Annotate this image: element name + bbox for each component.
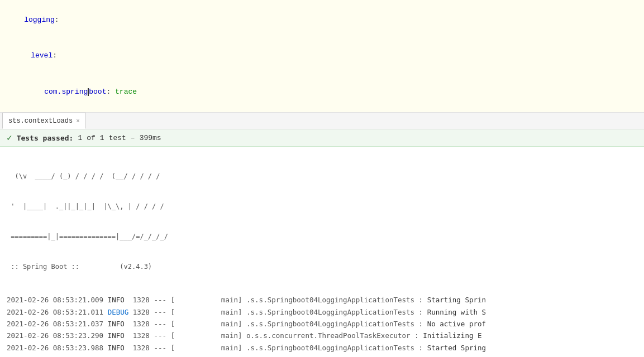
log-bracket: [ [171,331,175,340]
log-bracket: [ [171,344,175,352]
log-colon: : [419,320,423,328]
test-label: test [109,134,126,142]
log-thread: main [175,344,238,352]
log-message: Initializing E [423,331,481,340]
test-count: 1 [78,134,82,142]
tab-context-loads[interactable]: sts.contextLoads × [2,113,86,129]
log-timestamp: 2021-02-26 08:53:21.037 [7,320,103,328]
log-pid: 1328 [133,320,150,328]
log-sep: --- [154,296,166,304]
log-bracket-close: ] [238,308,242,316]
log-bracket: [ [171,308,175,316]
log-bracket-close: ] [238,344,242,352]
log-line: 2021-02-26 08:53:21.009 INFO 1328 --- [ … [0,294,644,306]
log-sep: --- [154,331,166,340]
key-springboot2: boot [89,88,106,96]
log-message: Starting Sprin [427,296,486,304]
log-line: 2021-02-26 08:53:23.988 INFO 1328 --- [ … [0,342,644,354]
log-bracket: [ [171,296,175,304]
key-level: level [31,51,53,60]
log-pid: 1328 [133,308,150,316]
log-container: 2021-02-26 08:53:21.009 INFO 1328 --- [ … [0,294,644,357]
log-logger: .s.s.Springboot04LoggingApplicationTests [246,344,414,352]
log-pid: 1328 [133,331,150,340]
log-level: DEBUG [108,308,129,316]
tab-label: sts.contextLoads [8,117,73,125]
log-colon: : [419,296,423,304]
log-timestamp: 2021-02-26 08:53:23.290 [7,331,103,340]
log-colon: : [419,344,423,352]
banner-line4: :: Spring Boot :: (v2.4.3) [7,262,637,272]
val-trace: trace [115,88,137,96]
log-logger: .s.s.Springboot04LoggingApplicationTests [246,296,414,304]
log-message: Running with S [427,308,486,316]
log-message: Started Spring [427,344,486,352]
log-logger: o.s.s.concurrent.ThreadPoolTaskExecutor [246,331,411,340]
check-icon: ✓ [7,132,12,143]
log-pid: 1328 [133,296,150,304]
log-bracket: [ [171,320,175,328]
log-line: 2021-02-26 08:53:23.290 INFO 1328 --- [ … [0,330,644,341]
log-sep: --- [154,308,166,316]
log-bracket-close: ] [238,331,242,340]
editor-line-logging: logging: [0,2,644,38]
tab-bar: sts.contextLoads × [0,113,644,129]
log-timestamp: 2021-02-26 08:53:21.009 [7,296,103,304]
log-logger: .s.s.Springboot04LoggingApplicationTests [246,308,414,316]
log-level: INFO [108,296,129,304]
test-passed-label: Tests passed: [17,134,74,142]
log-thread: main [175,308,238,316]
test-dash: – [131,134,135,142]
banner-line1: (\v ____/ (_) / / / / (__/ / / / / [7,171,637,181]
test-time: 399ms [140,134,161,142]
log-colon: : [419,308,423,316]
log-message: No active prof [427,320,486,328]
log-bracket-close: ] [238,296,242,304]
tab-close-button[interactable]: × [76,118,80,124]
editor-line-level: level: [0,38,644,74]
console-output: (\v ____/ (_) / / / / (__/ / / / / ' |__… [0,147,644,357]
banner-line3: =========|_|==============|___/=/_/_/_/ [7,231,637,242]
banner-line2: ' |____| ._||_|_|_| |\_\, | / / / / [7,201,637,211]
log-sep: --- [154,344,166,352]
editor-panel: logging: level: com.springboot: trace [0,0,644,113]
key-logging: logging [24,16,55,24]
test-result-bar: ✓ Tests passed: 1 of 1 test – 399ms [0,129,644,147]
log-sep: --- [154,320,166,328]
log-pid: 1328 [133,344,150,352]
log-colon: : [414,331,419,340]
log-bracket-close: ] [238,320,242,328]
spring-banner: (\v ____/ (_) / / / / (__/ / / / / ' |__… [0,149,644,294]
test-total: 1 [100,134,104,142]
log-logger: .s.s.Springboot04LoggingApplicationTests [246,320,414,328]
log-thread: main [175,331,238,340]
log-line: 2021-02-26 08:53:21.037 INFO 1328 --- [ … [0,318,644,330]
log-spacer [0,354,644,357]
log-thread: main [175,320,238,328]
log-level: INFO [108,331,129,340]
log-level: INFO [108,344,129,352]
test-of: of [87,134,96,142]
key-springboot: com.spring [44,88,88,96]
log-line: 2021-02-26 08:53:21.011 DEBUG 1328 --- [… [0,306,644,318]
log-level: INFO [108,320,129,328]
log-thread: main [175,296,238,304]
log-timestamp: 2021-02-26 08:53:23.988 [7,344,103,352]
editor-line-springboot: com.springboot: trace [0,74,644,110]
log-timestamp: 2021-02-26 08:53:21.011 [7,308,103,316]
